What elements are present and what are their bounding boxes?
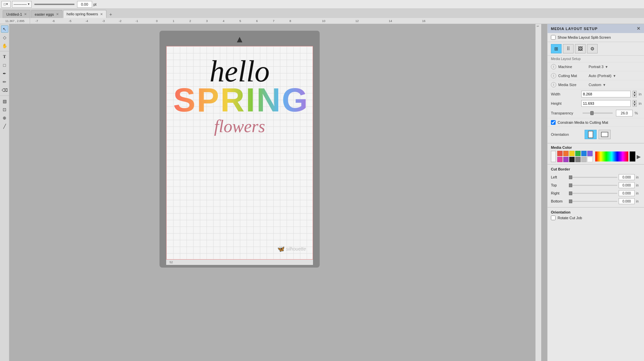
color-swatch-blue[interactable] xyxy=(581,151,587,156)
tab-close-easter-eggs[interactable]: ✕ xyxy=(56,12,59,16)
panel-close-button[interactable]: ✕ xyxy=(637,26,641,31)
machine-dropdown[interactable]: Portrait 3 ▼ xyxy=(589,65,608,69)
color-swatch-orange[interactable] xyxy=(563,151,569,156)
machine-dropdown-arrow: ▼ xyxy=(605,65,608,69)
rotate-cut-row: Rotate Cut Job xyxy=(551,216,641,220)
eraser-tool-button[interactable]: ⌫ xyxy=(1,86,8,94)
color-swatch-lightgray[interactable] xyxy=(581,157,587,162)
height-input[interactable] xyxy=(581,100,631,107)
show-split-screen-checkbox[interactable] xyxy=(551,35,556,40)
color-gradient-picker[interactable] xyxy=(595,151,628,161)
cut-bottom-thumb[interactable] xyxy=(569,200,572,203)
node-tool-button[interactable]: ◇ xyxy=(1,34,8,41)
transparency-thumb[interactable] xyxy=(590,111,594,115)
ruler-mark: 52 xyxy=(170,261,173,264)
mat-page: hello SPRING flowers 🦋 silhouette xyxy=(166,46,313,260)
cut-border-right-row: Right 0.000 in xyxy=(551,189,641,197)
width-spinner[interactable]: ▲ ▼ xyxy=(633,91,637,97)
color-swatch-green[interactable] xyxy=(575,151,581,156)
settings-view-button[interactable]: ⚙ xyxy=(587,44,598,53)
cut-right-slider[interactable] xyxy=(569,193,617,194)
tab-easter-eggs[interactable]: easter eggs ✕ xyxy=(31,10,62,18)
landscape-orientation-button[interactable] xyxy=(599,130,611,139)
tab-close-untitled-1[interactable]: ✕ xyxy=(24,12,27,16)
pan-tool-button[interactable]: ✋ xyxy=(1,42,8,49)
ruler-mark: 5 xyxy=(239,19,241,23)
fill-tool-button[interactable]: ▧ xyxy=(1,97,8,105)
silhouette-logo: 🦋 silhouette xyxy=(277,245,306,253)
color-picker-arrow[interactable]: ▶ xyxy=(637,153,641,160)
tab-label: easter eggs xyxy=(35,12,54,16)
media-size-dropdown[interactable]: Custom ▼ xyxy=(589,83,606,87)
cut-top-value[interactable]: 0.000 xyxy=(619,182,635,188)
color-swatch-violet[interactable] xyxy=(563,157,569,162)
shape-tool-button[interactable]: □ xyxy=(1,61,8,69)
cut-right-label: Right xyxy=(551,191,568,195)
color-swatch-pink[interactable] xyxy=(557,157,563,162)
height-unit: in xyxy=(639,101,642,105)
text-tool-button[interactable]: 𝐓 xyxy=(1,53,8,60)
canvas-area[interactable]: ▲ hello SPRING flowers 🦋 silhouette 52 1… xyxy=(9,24,541,361)
height-up-button[interactable]: ▲ xyxy=(633,100,637,103)
height-spinner[interactable]: ▲ ▼ xyxy=(633,100,637,107)
tab-untitled-1[interactable]: Untitled-1 ✕ xyxy=(3,10,30,18)
constrain-checkbox[interactable] xyxy=(551,120,556,125)
color-swatch-purple[interactable] xyxy=(587,151,593,156)
right-panel: MEDIA LAYOUT SETUP ✕ Show Media Layout S… xyxy=(547,24,644,361)
cut-left-value[interactable]: 0.000 xyxy=(619,174,635,180)
rotate-cut-checkbox[interactable] xyxy=(551,216,556,220)
line-style-dropdown[interactable]: ───── ▼ xyxy=(12,1,32,8)
white-color-swatch[interactable] xyxy=(551,151,556,162)
color-black-end[interactable] xyxy=(630,151,635,161)
cut-right-thumb[interactable] xyxy=(569,192,572,195)
width-up-button[interactable]: ▲ xyxy=(633,91,637,94)
layout-view-button[interactable]: ⊞ xyxy=(551,44,562,53)
cutting-mat-dropdown[interactable]: Auto (Portrait) ▼ xyxy=(589,74,616,78)
color-swatch-yellow[interactable] xyxy=(569,151,575,156)
rotate-cut-label: Rotate Cut Job xyxy=(558,216,582,220)
crop-tool-button[interactable]: ⊡ xyxy=(1,106,8,113)
transparency-slider[interactable] xyxy=(583,112,613,114)
zoom-tool-button[interactable]: ⊕ xyxy=(1,114,8,121)
cut-border-label: Cut Border xyxy=(551,166,641,172)
pencil-tool-button[interactable]: ✏ xyxy=(1,78,8,85)
color-swatch-black[interactable] xyxy=(569,157,575,162)
svg-rect-1 xyxy=(601,132,608,137)
measure-tool-button[interactable]: ╱ xyxy=(1,122,8,130)
cut-top-thumb[interactable] xyxy=(569,184,572,187)
constrain-row: Constrain Media to Cutting Mat xyxy=(548,118,644,127)
color-swatch-red[interactable] xyxy=(557,151,563,156)
stroke-value-input[interactable]: 0.00 xyxy=(77,1,92,8)
cut-left-thumb[interactable] xyxy=(569,175,572,179)
cut-border-bottom-row: Bottom 0.000 in xyxy=(551,197,641,205)
portrait-orientation-button[interactable] xyxy=(585,130,597,139)
cut-top-slider[interactable] xyxy=(569,185,617,186)
logo-text: silhouette xyxy=(286,246,306,252)
transparency-value-box[interactable]: 26.0 xyxy=(616,110,633,116)
ruler-mark: -1 xyxy=(135,19,138,23)
tab-hello-spring-flowers[interactable]: hello spring flowers ✕ xyxy=(63,10,106,18)
cut-right-unit: in xyxy=(636,192,641,195)
cut-right-value[interactable]: 0.000 xyxy=(619,190,635,196)
cut-left-slider[interactable] xyxy=(569,177,617,178)
grid-view-button[interactable]: ⠿ xyxy=(563,44,574,53)
height-label: Height xyxy=(551,101,579,105)
shape-selector[interactable]: □ ▼ xyxy=(1,1,11,8)
ruler-row: 11.367 , 2.895 -7 -6 -5 -4 -3 -2 -1 0 1 … xyxy=(0,18,644,24)
width-input[interactable] xyxy=(581,91,631,97)
select-tool-button[interactable]: ↖ xyxy=(1,25,8,33)
tab-add-button[interactable]: + xyxy=(107,11,114,18)
cut-bottom-slider[interactable] xyxy=(569,201,617,202)
stroke-width-slider[interactable] xyxy=(34,4,74,5)
image-view-button[interactable]: 🖼 xyxy=(575,44,586,53)
cut-bottom-value[interactable]: 0.000 xyxy=(619,198,635,204)
pen-tool-button[interactable]: ✒ xyxy=(1,70,8,77)
color-swatch-gray[interactable] xyxy=(575,157,581,162)
ruler-mark: -6 xyxy=(52,19,55,23)
color-swatch-white[interactable] xyxy=(587,157,593,162)
height-down-button[interactable]: ▼ xyxy=(633,103,637,107)
cut-left-label: Left xyxy=(551,175,568,179)
width-down-button[interactable]: ▼ xyxy=(633,94,637,97)
tab-close-hello-spring-flowers[interactable]: ✕ xyxy=(100,12,103,16)
ruler-mark: 10 xyxy=(322,19,325,23)
